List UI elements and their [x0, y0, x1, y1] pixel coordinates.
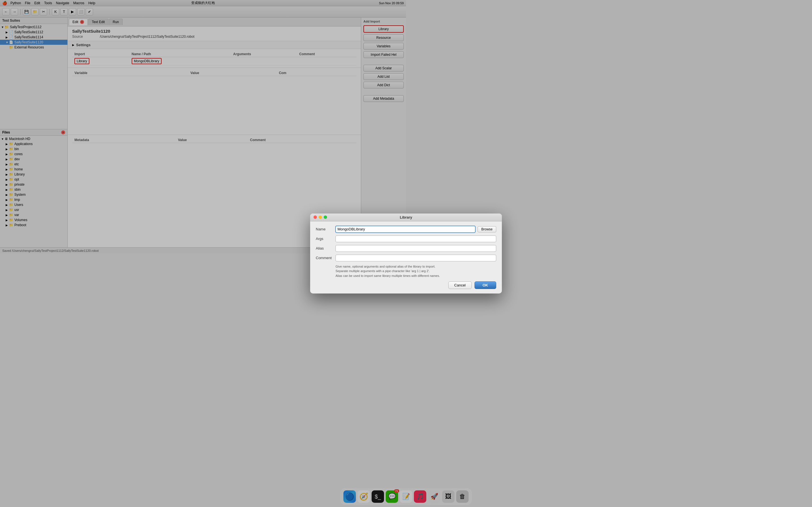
modal-title: Library: [400, 215, 406, 219]
modal-body: Name Browse Args Alias Comment Give name…: [310, 221, 406, 253]
traffic-lights: [313, 216, 327, 219]
modal-overlay: Library Name Browse Args Alias Comment G…: [0, 0, 406, 253]
modal-alias-row: Alias: [316, 245, 406, 252]
modal-name-row: Name Browse: [316, 226, 406, 233]
modal-args-label: Args: [316, 237, 336, 241]
library-dialog: Library Name Browse Args Alias Comment G…: [310, 214, 406, 253]
modal-name-label: Name: [316, 227, 336, 231]
modal-alias-input[interactable]: [336, 245, 406, 252]
modal-alias-label: Alias: [316, 246, 336, 250]
traffic-light-close[interactable]: [313, 216, 317, 219]
modal-args-row: Args: [316, 235, 406, 242]
modal-titlebar: Library: [310, 214, 406, 221]
traffic-light-minimize[interactable]: [319, 216, 322, 219]
modal-args-input[interactable]: [336, 235, 406, 242]
traffic-light-maximize[interactable]: [324, 216, 327, 219]
modal-name-input[interactable]: [336, 226, 406, 233]
